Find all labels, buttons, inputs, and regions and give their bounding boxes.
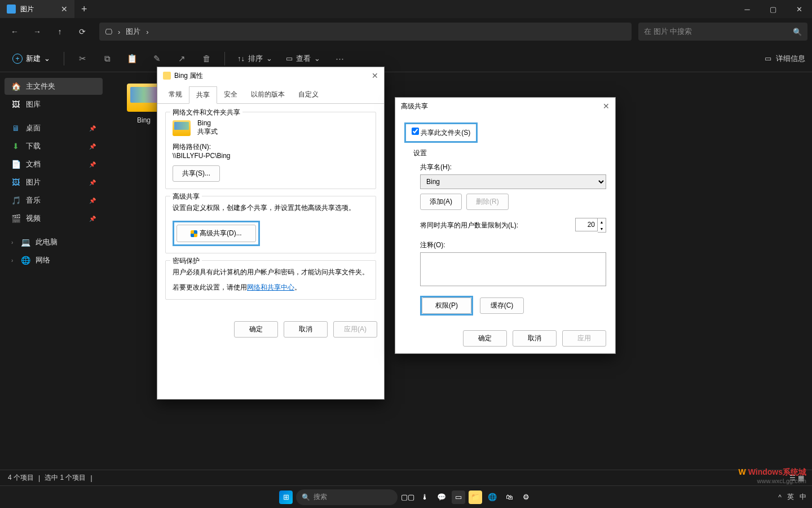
cache-button[interactable]: 缓存(C) (480, 297, 524, 314)
taskbar-search[interactable]: 🔍搜索 (296, 489, 398, 505)
sort-icon: ↑↓ (237, 54, 245, 63)
details-toggle[interactable]: ▭ 详细信息 (765, 54, 805, 64)
sidebar-item-videos[interactable]: 🎬视频📌 (5, 210, 103, 227)
sort-button[interactable]: ↑↓ 排序 ⌄ (233, 50, 277, 67)
tab-pictures[interactable]: 图片 ✕ (0, 0, 74, 18)
breadcrumb-pictures[interactable]: 图片 (126, 27, 140, 37)
close-button[interactable]: ✕ (786, 0, 812, 18)
view-button[interactable]: ▭ 查看 ⌄ (281, 50, 325, 67)
apply-button[interactable]: 应用(A) (333, 321, 377, 338)
taskbar-edge[interactable]: 🌐 (486, 491, 499, 504)
advanced-share-button[interactable]: 高级共享(D)... (176, 225, 256, 242)
tray-chevron[interactable]: ^ (778, 493, 782, 501)
navbar: ← → ↑ ⟳ 🖵 › 图片 › 在 图片 中搜索 🔍 (0, 18, 812, 45)
cancel-button[interactable]: 取消 (513, 330, 557, 347)
tab-previous[interactable]: 以前的版本 (244, 86, 292, 103)
close-icon[interactable]: ✕ (603, 102, 610, 111)
share-folder-checkbox[interactable]: 共享此文件夹(S) (412, 129, 470, 137)
cancel-button[interactable]: 取消 (284, 321, 328, 338)
share-button[interactable]: 共享(S)... (173, 165, 220, 182)
network-center-link[interactable]: 网络和共享中心 (247, 283, 294, 291)
sidebar-item-network[interactable]: ›🌐网络 (5, 252, 103, 269)
highlight-box: 高级共享(D)... (173, 221, 260, 246)
sidebar-item-downloads[interactable]: ⬇下载📌 (5, 138, 103, 155)
limit-input[interactable] (575, 218, 598, 231)
sidebar-item-pictures[interactable]: 🖼图片📌 (5, 174, 103, 191)
advanced-sharing-dialog: 高级共享 ✕ 共享此文件夹(S) 设置 共享名(H): Bing 添加(A) 删… (395, 97, 616, 354)
plus-icon: + (12, 54, 23, 64)
sidebar-item-home[interactable]: 🏠主文件夹 (5, 78, 103, 95)
properties-dialog: Bing 属性 ✕ 常规 共享 安全 以前的版本 自定义 网络文件和文件夹共享 … (157, 67, 385, 400)
taskbar-store[interactable]: 🛍 (502, 491, 516, 504)
sidebar-item-desktop[interactable]: 🖥桌面📌 (5, 120, 103, 137)
dialog-titlebar[interactable]: 高级共享 ✕ (395, 98, 615, 115)
refresh-button[interactable]: ⟳ (72, 21, 92, 42)
pictures-icon (7, 5, 16, 14)
add-button[interactable]: 添加(A) (420, 194, 462, 210)
close-tab-icon[interactable]: ✕ (61, 5, 68, 14)
copy-button[interactable]: ⧉ (97, 49, 117, 69)
taskbar-explorer[interactable]: 📁 (469, 491, 482, 504)
ok-button[interactable]: 确定 (463, 330, 507, 347)
apply-button[interactable]: 应用 (562, 330, 606, 347)
statusbar: 4 个项目 | 选中 1 个项目 | ☰ ▦ (0, 470, 812, 485)
remove-button[interactable]: 删除(R) (466, 194, 509, 210)
ok-button[interactable]: 确定 (234, 321, 278, 338)
group-title: 密码保护 (170, 256, 202, 266)
chevron-right-icon: › (11, 257, 13, 264)
more-button[interactable]: ⋯ (329, 49, 350, 69)
paste-button[interactable]: 📋 (122, 49, 142, 69)
task-view-button[interactable]: ▢▢ (401, 491, 414, 504)
highlight-box: 共享此文件夹(S) (404, 122, 478, 143)
dialog-titlebar[interactable]: Bing 属性 ✕ (157, 67, 384, 84)
taskbar-app-1[interactable]: ▭ (452, 491, 465, 504)
pin-icon: 📌 (89, 179, 96, 186)
pin-icon: 📌 (89, 216, 96, 222)
sidebar-item-gallery[interactable]: 🖼图库 (5, 96, 103, 113)
rename-button[interactable]: ✎ (147, 49, 167, 69)
taskbar-settings[interactable]: ⚙ (519, 491, 533, 504)
address-bar[interactable]: 🖵 › 图片 › (99, 23, 632, 41)
start-button[interactable]: ⊞ (279, 491, 293, 504)
tab-sharing[interactable]: 共享 (189, 86, 217, 104)
group-advanced-share: 高级共享 设置自定义权限，创建多个共享，并设置其他高级共享选项。 高级共享(D)… (165, 196, 376, 253)
checkbox-input[interactable] (412, 128, 419, 135)
share-button[interactable]: ↗ (171, 49, 192, 69)
system-tray: ^ 英 中 (778, 492, 806, 502)
cut-button[interactable]: ✂ (72, 49, 92, 69)
limit-spinner[interactable]: ▲▼ (575, 218, 606, 233)
minimize-button[interactable]: ─ (734, 0, 760, 18)
spin-down[interactable]: ▼ (598, 225, 606, 232)
tab-security[interactable]: 安全 (217, 86, 244, 103)
status-selected: 选中 1 个项目 (45, 473, 86, 483)
back-button[interactable]: ← (5, 21, 25, 42)
comment-textarea[interactable] (420, 252, 606, 286)
delete-button[interactable]: 🗑 (196, 49, 217, 69)
search-input[interactable]: 在 图片 中搜索 🔍 (638, 23, 807, 41)
comment-label: 注释(O): (420, 240, 606, 250)
search-placeholder: 在 图片 中搜索 (644, 27, 692, 37)
permissions-button[interactable]: 权限(P) (422, 297, 471, 314)
spin-up[interactable]: ▲ (598, 218, 606, 225)
ime-mode[interactable]: 中 (800, 492, 806, 502)
sidebar-item-documents[interactable]: 📄文档📌 (5, 156, 103, 173)
group-network-share: 网络文件和文件夹共享 Bing 共享式 网络路径(N): \\BILLYFU-P… (165, 112, 376, 189)
maximize-button[interactable]: ▢ (760, 0, 786, 18)
search-icon: 🔍 (302, 493, 310, 501)
teams-button[interactable]: 💬 (435, 491, 448, 504)
tab-general[interactable]: 常规 (162, 86, 189, 103)
close-icon[interactable]: ✕ (372, 71, 378, 80)
ime-lang[interactable]: 英 (787, 492, 794, 502)
tab-title: 图片 (20, 5, 34, 14)
new-tab-button[interactable]: + (74, 3, 94, 15)
sharename-select[interactable]: Bing (420, 174, 606, 189)
sidebar: 🏠主文件夹 🖼图库 🖥桌面📌 ⬇下载📌 📄文档📌 🖼图片📌 🎵音乐📌 🎬视频📌 … (0, 72, 107, 470)
tab-custom[interactable]: 自定义 (292, 86, 325, 103)
new-button[interactable]: + 新建 ⌄ (7, 50, 56, 67)
up-button[interactable]: ↑ (50, 21, 70, 42)
sidebar-item-thispc[interactable]: ›💻此电脑 (5, 234, 103, 251)
sidebar-item-music[interactable]: 🎵音乐📌 (5, 192, 103, 209)
forward-button[interactable]: → (27, 21, 47, 42)
monitor-icon: 🖵 (105, 28, 112, 36)
widgets-button[interactable]: 🌡 (418, 491, 431, 504)
